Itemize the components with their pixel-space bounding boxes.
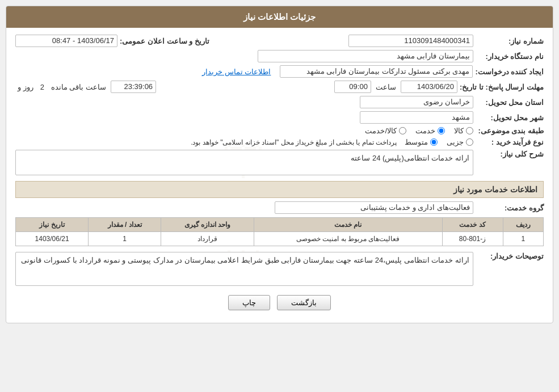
- col-kod: کد خدمت: [442, 218, 503, 232]
- mohlat-saat: 09:00: [334, 81, 371, 93]
- nooe-farayand-note: پرداخت تمام یا بخشی از مبلغ خریداز محل "…: [191, 138, 397, 146]
- button-row: بازگشت چاپ: [15, 295, 544, 316]
- col-naam: نام خدمت: [254, 218, 442, 232]
- page-container: جزئیات اطلاعات نیاز شماره نیاز: 11030914…: [0, 0, 559, 392]
- header-title: جزئیات اطلاعات نیاز: [243, 12, 316, 22]
- mohlat-mande-label: ساعت باقی مانده: [51, 83, 106, 91]
- cell-kod: ز-801-80: [442, 232, 503, 246]
- card-body: شماره نیاز: 1103091484000341 تاریخ و ساع…: [6, 28, 553, 323]
- row-gorooh: گروه خدمت: فعالیت‌های اداری و خدمات پشتی…: [15, 201, 544, 214]
- etelaat-tamas-link[interactable]: اطلاعات تماس خریدار: [202, 68, 271, 76]
- gorooh-label: گروه خدمت:: [476, 204, 544, 212]
- nooe-motevaset[interactable]: متوسط: [405, 138, 438, 146]
- shahr-label: شهر محل تحویل:: [476, 113, 544, 122]
- ostan-label: استان محل تحویل:: [476, 98, 544, 107]
- col-vahed: واحد اندازه گیری: [161, 218, 254, 232]
- buyer-desc-label: توصیحات خریدار:: [476, 252, 544, 260]
- row-sharh: شرح کلی نیاز: 🛡 ارائه خدمات انتظامی(پلیس…: [15, 150, 544, 175]
- sharh-value: ارائه خدمات انتظامی(پلیس) 24 ساعته: [15, 150, 473, 175]
- nam-dastgah-label: نام دستگاه خریدار:: [476, 52, 544, 61]
- row-nam-dastgah: نام دستگاه خریدار: بیمارستان فارابی مشهد: [15, 50, 544, 62]
- mohlat-mande: 23:39:06: [111, 81, 156, 93]
- cell-naam: فعالیت‌های مربوط به امنیت خصوصی: [254, 232, 442, 246]
- mohlat-saat-label: ساعت: [376, 83, 396, 91]
- buyer-desc-container: 🛡 ارائه خدمات انتظامی پلیس،24 ساعته جهت …: [15, 252, 473, 286]
- mohlat-roz: 2: [40, 83, 44, 91]
- row-nooe-farayand: نوع فرآیند خرید : جزیی متوسط پرداخت تمام…: [15, 138, 544, 146]
- sharh-label: شرح کلی نیاز:: [476, 150, 544, 158]
- row-buyer-desc: توصیحات خریدار: 🛡 ارائه خدمات انتظامی پل…: [15, 252, 544, 286]
- row-mohlat: مهلت ارسال پاسخ: تا تاریخ: 1403/06/20 سا…: [15, 81, 544, 93]
- gorooh-value: فعالیت‌های اداری و خدمات پشتیبانی: [275, 201, 473, 214]
- tabaghebandi-khedmat[interactable]: خدمت: [415, 127, 445, 135]
- row-ijad-konande: ایجاد کننده درخواست: مهدی برکتی مسئول تد…: [15, 65, 544, 78]
- col-tedad: تعداد / مقدار: [89, 218, 161, 232]
- shomara-value: 1103091484000341: [348, 35, 473, 47]
- row-ostan: استان محل تحویل: خراسان رضوی: [15, 96, 544, 108]
- shahr-value: مشهد: [360, 111, 473, 124]
- tarikh-aalan-label: تاریخ و ساعت اعلان عمومی:: [120, 37, 209, 45]
- main-card: جزئیات اطلاعات نیاز شماره نیاز: 11030914…: [6, 6, 553, 323]
- card-header: جزئیات اطلاعات نیاز: [6, 6, 553, 28]
- nooe-farayand-label: نوع فرآیند خرید :: [476, 138, 544, 146]
- print-button[interactable]: چاپ: [228, 295, 270, 310]
- back-button[interactable]: بازگشت: [277, 295, 331, 310]
- services-table: ردیف کد خدمت نام خدمت واحد اندازه گیری ت…: [15, 217, 544, 246]
- ostan-value: خراسان رضوی: [360, 96, 473, 108]
- tarikh-aalan-value: 1403/06/17 - 08:47: [15, 35, 117, 47]
- col-tarikh: تاریخ نیاز: [16, 218, 89, 232]
- tabaghebandi-radio-group: کالا خدمت کالا/خدمت: [365, 127, 473, 135]
- nooe-jozi[interactable]: جزیی: [447, 138, 473, 146]
- col-radif: ردیف: [503, 218, 543, 232]
- tabaghebandi-label: طبقه بندی موضوعی:: [476, 127, 544, 135]
- shomara-label: شماره نیاز:: [476, 37, 544, 45]
- cell-vahed: قرارداد: [161, 232, 254, 246]
- tabaghebandi-kala[interactable]: کالا: [454, 127, 473, 135]
- nam-dastgah-value: بیمارستان فارابی مشهد: [258, 50, 473, 62]
- cell-radif: 1: [503, 232, 543, 246]
- mohlat-roz-label: روز و: [18, 83, 33, 91]
- row-shomara-tarikh: شماره نیاز: 1103091484000341 تاریخ و ساع…: [15, 35, 544, 47]
- buyer-desc-value: ارائه خدمات انتظامی پلیس،24 ساعته جهت بی…: [15, 252, 473, 286]
- row-tabaghebandi: طبقه بندی موضوعی: کالا خدمت کالا/خدمت: [15, 127, 544, 135]
- cell-tedad: 1: [89, 232, 161, 246]
- services-section-header: اطلاعات خدمات مورد نیاز: [15, 181, 544, 198]
- ijad-konande-value: مهدی برکتی مسئول تدارکات بیمارستان فاراب…: [280, 65, 473, 78]
- cell-tarikh: 1403/06/21: [16, 232, 89, 246]
- tabaghebandi-kala-khedmat[interactable]: کالا/خدمت: [365, 127, 406, 135]
- table-row: 1 ز-801-80 فعالیت‌های مربوط به امنیت خصو…: [16, 232, 544, 246]
- row-shahr: شهر محل تحویل: مشهد: [15, 111, 544, 124]
- mohlat-label: مهلت ارسال پاسخ: تا تاریخ:: [460, 83, 544, 91]
- ijad-konande-label: ایجاد کننده درخواست:: [475, 68, 544, 76]
- nooe-farayand-radio-group: جزیی متوسط: [405, 138, 473, 146]
- mohlat-tarikh: 1403/06/20: [401, 81, 457, 93]
- sharh-container: 🛡 ارائه خدمات انتظامی(پلیس) 24 ساعته: [15, 150, 473, 175]
